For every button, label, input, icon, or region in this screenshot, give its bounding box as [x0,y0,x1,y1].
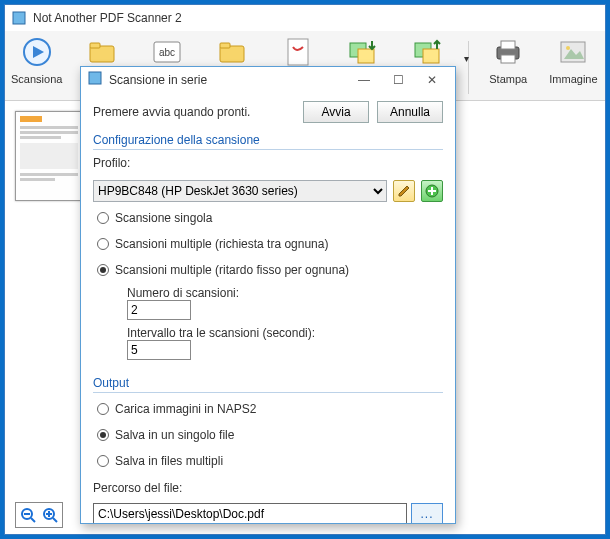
minimize-button[interactable]: — [347,70,381,90]
radio-multi-prompt-label: Scansioni multiple (richiesta tra ognuna… [115,237,328,251]
svg-rect-8 [220,43,230,48]
thumbnail-pane [15,111,87,201]
svg-rect-15 [501,41,515,49]
batch-scan-dialog: Scansione in serie — ☐ ✕ Premere avvia q… [80,66,456,524]
zoom-toolbar [15,502,63,528]
svg-rect-4 [90,43,100,48]
svg-rect-27 [89,72,101,84]
ribbon-print-label: Stampa [489,73,527,85]
pdf-icon [281,35,315,69]
radio-single-scan[interactable]: Scansione singola [97,211,443,225]
interval-input[interactable] [127,340,191,360]
radio-icon [97,238,109,250]
radio-output-single[interactable]: Salva in un singolo file [97,428,443,442]
radio-multi-fixed-label: Scansioni multiple (ritardo fisso per og… [115,263,349,277]
profile-select[interactable]: HP9BC848 (HP DeskJet 3630 series) [93,180,387,202]
radio-icon-selected [97,429,109,441]
radio-icon [97,403,109,415]
page-thumbnail[interactable] [15,111,83,201]
output-group-title: Output [93,376,443,393]
cancel-button[interactable]: Annulla [377,101,443,123]
images-import-icon [346,35,380,69]
dialog-body: Premere avvia quando pronti. Avvia Annul… [81,93,455,523]
radio-single-label: Scansione singola [115,211,212,225]
ribbon-scan[interactable]: Scansiona [11,35,62,100]
window-title: Not Another PDF Scanner 2 [33,11,182,25]
radio-icon [97,212,109,224]
browse-button[interactable]: ... [411,503,443,523]
radio-output-load[interactable]: Carica immagini in NAPS2 [97,402,443,416]
radio-output-single-label: Salva in un singolo file [115,428,234,442]
images-export-icon [411,35,445,69]
config-group-title: Configurazione della scansione [93,133,443,150]
ribbon-scan-label: Scansiona [11,73,62,85]
svg-line-24 [53,518,57,522]
svg-rect-0 [13,12,25,24]
path-label: Percorso del file: [93,481,443,495]
svg-rect-16 [501,55,515,63]
radio-icon-selected [97,264,109,276]
start-button[interactable]: Avvia [303,101,369,123]
num-scans-input[interactable] [127,300,191,320]
folder-icon [85,35,119,69]
radio-icon [97,455,109,467]
dialog-app-icon [87,70,103,89]
printer-icon [491,35,525,69]
zoom-in-button[interactable] [40,505,60,525]
file-path-input[interactable] [93,503,407,523]
svg-text:abc: abc [159,47,175,58]
play-icon [20,35,54,69]
prompt-text: Premere avvia quando pronti. [93,105,295,119]
profile-label: Profilo: [93,156,443,170]
radio-output-multi[interactable]: Salva in files multipli [97,454,443,468]
edit-profile-button[interactable] [393,180,415,202]
radio-multi-fixed[interactable]: Scansioni multiple (ritardo fisso per og… [97,263,443,277]
zoom-out-button[interactable] [18,505,38,525]
radio-output-multi-label: Salva in files multipli [115,454,223,468]
ellipsis-icon: ... [420,507,433,521]
app-icon [11,10,27,26]
svg-rect-13 [423,49,439,63]
maximize-button[interactable]: ☐ [381,70,415,90]
folder2-icon [215,35,249,69]
svg-line-21 [31,518,35,522]
svg-point-19 [566,46,570,50]
num-scans-label: Numero di scansioni: [127,286,443,300]
abc-icon: abc [150,35,184,69]
ribbon-image[interactable]: Immagine [548,35,599,100]
radio-multi-prompt[interactable]: Scansioni multiple (richiesta tra ognuna… [97,237,443,251]
dialog-title: Scansione in serie [109,73,207,87]
add-profile-button[interactable] [421,180,443,202]
ribbon-print[interactable]: Stampa [483,35,534,100]
ribbon-divider [468,41,469,94]
svg-rect-11 [358,49,374,63]
image-icon [556,35,590,69]
svg-rect-9 [288,39,308,65]
titlebar: Not Another PDF Scanner 2 [5,5,605,31]
ribbon-image-label: Immagine [549,73,597,85]
radio-output-load-label: Carica immagini in NAPS2 [115,402,256,416]
interval-label: Intervallo tra le scansioni (secondi): [127,326,443,340]
dialog-titlebar: Scansione in serie — ☐ ✕ [81,67,455,93]
close-button[interactable]: ✕ [415,70,449,90]
chevron-down-icon[interactable]: ▾ [464,53,469,64]
